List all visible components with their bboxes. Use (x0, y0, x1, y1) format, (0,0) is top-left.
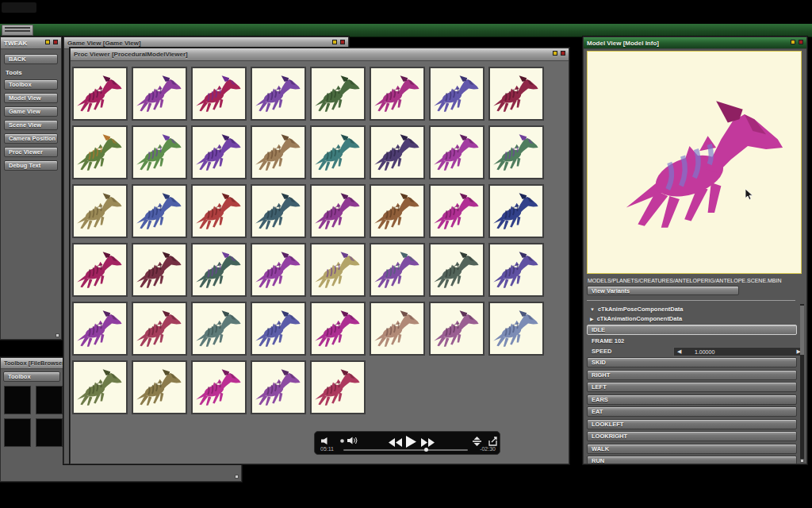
creature-variant-cell[interactable] (310, 302, 366, 356)
fast-forward-icon[interactable] (421, 438, 435, 447)
component-anim-pose[interactable]: ▼ cTkAnimPoseComponentData (590, 306, 683, 313)
creature-variant-cell[interactable] (488, 184, 544, 238)
anim-button-skid[interactable]: SKID (587, 357, 797, 368)
creature-variant-cell[interactable] (370, 67, 425, 121)
creature-variant-cell[interactable] (310, 67, 366, 121)
creature-variant-cell[interactable] (191, 302, 247, 356)
creature-variant-cell[interactable] (132, 67, 187, 121)
minimize-button[interactable] (45, 40, 50, 44)
creature-variant-cell[interactable] (488, 243, 544, 297)
minimize-button[interactable] (332, 40, 337, 44)
share-icon[interactable] (488, 437, 498, 446)
frame-step-icon[interactable] (473, 437, 481, 446)
model-view-titlebar[interactable]: Model View [Model Info] (584, 37, 806, 49)
chevron-down-icon[interactable]: ▼ (590, 307, 595, 312)
creature-variant-cell[interactable] (488, 302, 544, 356)
minimize-button[interactable] (553, 51, 557, 56)
creature-variant-cell[interactable] (132, 360, 187, 414)
anim-button-run[interactable]: RUN (587, 456, 797, 464)
resize-grip[interactable] (235, 475, 239, 479)
model-viewport[interactable] (587, 51, 802, 274)
creature-variant-cell[interactable] (251, 184, 306, 238)
rewind-icon[interactable] (389, 438, 402, 447)
creature-variant-cell[interactable] (132, 302, 187, 356)
creature-variant-cell[interactable] (310, 125, 366, 179)
scrollbar[interactable] (800, 304, 804, 460)
play-icon[interactable] (406, 436, 416, 448)
creature-variant-cell[interactable] (191, 243, 247, 297)
scrollbar-thumb[interactable] (800, 306, 804, 355)
proc-viewer-titlebar[interactable]: Proc Viewer [ProceduralModelViewer] (71, 48, 569, 61)
close-button[interactable] (799, 40, 803, 44)
minimize-button[interactable] (791, 40, 795, 44)
creature-variant-cell[interactable] (310, 360, 366, 414)
creature-variant-cell[interactable] (191, 360, 247, 414)
close-button[interactable] (340, 40, 345, 44)
decrement-arrow-icon[interactable]: ◀ (677, 348, 681, 355)
creature-variant-cell[interactable] (72, 360, 128, 414)
sidebar-item-scene-view[interactable]: Scene View (4, 120, 58, 130)
anim-button-idle[interactable]: IDLE (587, 325, 797, 335)
file-tile[interactable] (4, 386, 31, 414)
view-variants-button[interactable]: View Variants (587, 286, 739, 295)
creature-variant-cell[interactable] (191, 125, 247, 179)
resize-grip[interactable] (800, 459, 804, 463)
creature-variant-cell[interactable] (132, 184, 187, 238)
speaker-icon[interactable] (347, 437, 358, 444)
creature-variant-cell[interactable] (429, 125, 485, 179)
seek-bar[interactable] (343, 449, 468, 451)
creature-variant-cell[interactable] (132, 125, 187, 179)
creature-variant-cell[interactable] (72, 125, 128, 179)
creature-variant-cell[interactable] (370, 184, 425, 238)
anim-button-ears[interactable]: EARS (587, 394, 797, 405)
sidebar-item-model-view[interactable]: Model View (4, 93, 58, 103)
creature-variant-cell[interactable] (132, 243, 187, 297)
chevron-right-icon[interactable]: ▶ (590, 316, 594, 321)
creature-variant-cell[interactable] (429, 243, 485, 297)
creature-variant-cell[interactable] (429, 184, 485, 238)
volume-icon[interactable] (321, 437, 330, 444)
speed-spinner[interactable]: ◀ 1.00000 ▶ (673, 347, 804, 356)
creature-variant-cell[interactable] (72, 302, 128, 356)
creature-variant-cell[interactable] (72, 184, 128, 238)
creature-variant-cell[interactable] (251, 67, 306, 121)
creature-variant-cell[interactable] (429, 67, 485, 121)
back-button[interactable]: BACK (4, 54, 58, 64)
file-tile[interactable] (4, 418, 31, 447)
creature-variant-cell[interactable] (191, 184, 247, 238)
component-animation[interactable]: ▶ cTkAnimationComponentData (590, 315, 682, 322)
creature-variant-cell[interactable] (251, 125, 306, 179)
anim-button-left[interactable]: LEFT (587, 382, 797, 392)
creature-variant-cell[interactable] (429, 302, 485, 356)
creature-variant-cell[interactable] (191, 67, 247, 121)
creature-variant-cell[interactable] (488, 67, 544, 121)
close-button[interactable] (561, 51, 565, 56)
sidebar-item-debug-text[interactable]: Debug Text (4, 160, 58, 171)
sidebar-item-game-view[interactable]: Game View (4, 106, 58, 117)
seek-handle[interactable] (424, 448, 428, 452)
file-tile[interactable] (36, 386, 63, 414)
close-button[interactable] (53, 40, 58, 44)
resize-grip[interactable] (56, 333, 59, 337)
creature-variant-cell[interactable] (488, 125, 544, 179)
tweak-titlebar[interactable]: TWEAK (1, 37, 61, 49)
creature-variant-cell[interactable] (72, 243, 128, 297)
creature-variant-cell[interactable] (310, 184, 366, 238)
anim-button-lookright[interactable]: LOOKRIGHT (587, 431, 797, 441)
creature-variant-cell[interactable] (251, 243, 306, 297)
anim-button-eat[interactable]: EAT (587, 406, 797, 417)
creature-variant-cell[interactable] (310, 243, 366, 297)
creature-variant-cell[interactable] (370, 302, 425, 356)
anim-button-lookleft[interactable]: LOOKLEFT (587, 419, 797, 429)
creature-variant-cell[interactable] (251, 302, 306, 356)
toolbox-button[interactable]: Toolbox (3, 371, 60, 382)
creature-variant-cell[interactable] (251, 360, 306, 414)
menu-bar-tab[interactable] (2, 25, 33, 36)
sidebar-item-toolbox[interactable]: Toolbox (4, 79, 58, 90)
anim-button-right[interactable]: RIGHT (587, 370, 797, 380)
creature-variant-cell[interactable] (72, 67, 128, 121)
anim-button-walk[interactable]: WALK (587, 444, 797, 454)
creature-variant-cell[interactable] (370, 125, 425, 179)
sidebar-item-camera-position[interactable]: Camera Position (4, 133, 58, 144)
creature-variant-cell[interactable] (370, 243, 425, 297)
